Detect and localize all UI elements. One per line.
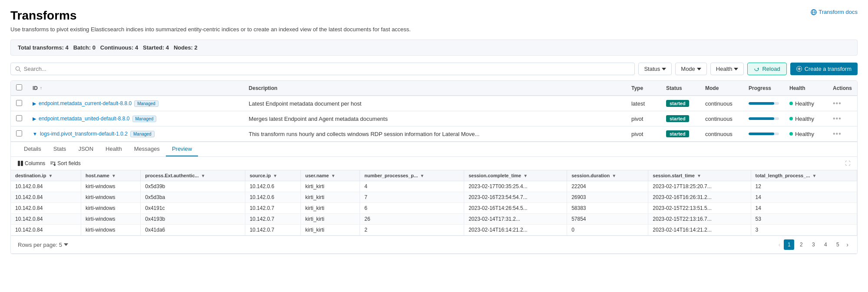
rows-per-page-select[interactable]: Rows per page: 5 (18, 242, 68, 248)
fullscreen-icon[interactable]: ⛶ (845, 160, 850, 166)
tab-health[interactable]: Health (99, 142, 128, 156)
expand-icon[interactable]: ▶ (33, 101, 36, 106)
id-header: ID (33, 85, 38, 91)
status-badge: started (666, 115, 689, 122)
preview-table-row: 10.142.0.84kirti-windows0x4191c10.142.0.… (11, 203, 857, 214)
sort-icon[interactable]: ▼ (523, 173, 528, 178)
table-row: ▶ endpoint.metadata_current-default-8.8.… (11, 96, 857, 111)
sort-icon[interactable]: ▼ (49, 173, 53, 178)
page-title: Transforms (10, 9, 77, 23)
sort-fields-button[interactable]: Sort fields (50, 160, 80, 166)
type-cell: pivot (626, 126, 661, 142)
health-cell: Healthy (789, 116, 822, 122)
transform-id[interactable]: endpoint.metadata_united-default-8.8.0 (39, 116, 130, 122)
search-icon (15, 66, 21, 72)
status-badge: started (666, 100, 689, 107)
chevron-down-icon (734, 67, 738, 71)
create-transform-button[interactable]: Create a transform (790, 63, 858, 75)
page-5-button[interactable]: 5 (832, 239, 843, 250)
sort-icon[interactable]: ▼ (112, 173, 116, 178)
page-subtitle: Use transforms to pivot existing Elastic… (10, 26, 858, 33)
svg-line-4 (19, 70, 20, 71)
mode-cell: continuous (700, 126, 743, 142)
progress-bar (749, 133, 779, 135)
type-cell: pivot (626, 111, 661, 126)
prev-page-button[interactable]: ‹ (777, 241, 782, 248)
mode-header: Mode (705, 85, 719, 91)
page-4-button[interactable]: 4 (820, 239, 831, 250)
health-cell: Healthy (789, 100, 822, 107)
table-row: ▼ logs-imd.pivot_transform-default-1.0.2… (11, 126, 857, 142)
tab-json[interactable]: JSON (72, 142, 99, 156)
description-cell: Merges latest Endpoint and Agent metadat… (244, 111, 626, 126)
sort-icon[interactable]: ▼ (201, 173, 205, 178)
status-badge: started (666, 130, 689, 137)
managed-badge: Managed (132, 116, 157, 122)
preview-table-row: 10.142.0.84kirti-windows0x5d3ba10.142.0.… (11, 192, 857, 203)
expanded-panel: Details Stats JSON Health Messages Previ… (11, 142, 857, 253)
preview-table-row: 10.142.0.84kirti-windows0x41da610.142.0.… (11, 225, 857, 236)
sort-icon[interactable]: ↑ (40, 86, 42, 90)
svg-rect-9 (21, 161, 23, 166)
tab-messages[interactable]: Messages (128, 142, 166, 156)
description-cell: This transform runs hourly and collects … (244, 126, 626, 142)
progress-header: Progress (749, 85, 771, 91)
page-1-button[interactable]: 1 (784, 239, 794, 250)
sort-icon[interactable]: ▼ (273, 173, 277, 178)
row-checkbox[interactable] (16, 115, 22, 121)
type-header: Type (631, 85, 643, 91)
search-box[interactable] (10, 63, 635, 75)
sort-icon[interactable]: ▼ (420, 173, 424, 178)
managed-badge: Managed (134, 100, 158, 107)
actions-menu-icon[interactable]: ••• (833, 115, 842, 122)
actions-header: Actions (833, 85, 852, 91)
health-dot (789, 117, 793, 120)
sort-icon[interactable]: ▼ (612, 173, 616, 178)
health-filter-button[interactable]: Health (710, 63, 744, 75)
plus-icon (796, 66, 802, 72)
status-filter-button[interactable]: Status (638, 63, 672, 75)
columns-button[interactable]: Columns (18, 160, 45, 166)
mode-cell: continuous (700, 96, 743, 111)
sort-icon[interactable]: ▼ (697, 173, 701, 178)
actions-menu-icon[interactable]: ••• (833, 130, 842, 137)
transform-id[interactable]: logs-imd.pivot_transform-default-1.0.2 (40, 131, 128, 137)
page-2-button[interactable]: 2 (796, 239, 806, 250)
expanded-panel-row: Details Stats JSON Health Messages Previ… (11, 142, 857, 254)
select-all-checkbox[interactable] (16, 84, 22, 90)
tabs-bar: Details Stats JSON Health Messages Previ… (11, 142, 857, 157)
tab-details[interactable]: Details (18, 142, 47, 156)
search-input[interactable] (24, 66, 630, 72)
health-header: Health (789, 85, 805, 91)
row-checkbox[interactable] (16, 100, 22, 106)
actions-menu-icon[interactable]: ••• (833, 100, 842, 107)
tab-stats[interactable]: Stats (47, 142, 73, 156)
chevron-down-icon (64, 243, 68, 246)
reload-button[interactable]: Reload (747, 63, 786, 75)
stats-bar: Total transforms: 4 Batch: 0 Continuous:… (10, 40, 858, 56)
row-checkbox[interactable] (16, 130, 22, 136)
next-page-button[interactable]: › (845, 241, 850, 248)
columns-icon (18, 161, 23, 166)
sort-icon[interactable]: ▼ (331, 173, 335, 178)
progress-bar (749, 102, 779, 105)
preview-table-row: 10.142.0.84kirti-windows0x5d39b10.142.0.… (11, 181, 857, 192)
chevron-down-icon (662, 67, 666, 71)
sort-icon[interactable]: ▼ (812, 173, 816, 178)
tab-preview[interactable]: Preview (166, 142, 198, 156)
preview-table-row: 10.142.0.84kirti-windows0x4193b10.142.0.… (11, 214, 857, 225)
description-cell: Latest Endpoint metadata document per ho… (244, 96, 626, 111)
health-dot (789, 102, 793, 105)
expand-icon[interactable]: ▶ (33, 116, 36, 122)
progress-bar (749, 117, 779, 120)
expand-icon[interactable]: ▼ (33, 131, 37, 136)
type-cell: latest (626, 96, 661, 111)
transform-id[interactable]: endpoint.metadata_current-default-8.8.0 (39, 100, 132, 106)
main-table: ID ↑ Description Type Status Mode Progre… (11, 81, 857, 254)
reload-icon (754, 66, 759, 72)
footer-bar: Rows per page: 5 ‹ 1 2 3 4 5 (11, 236, 857, 253)
transform-docs-link[interactable]: Transform docs (811, 9, 858, 15)
page-3-button[interactable]: 3 (808, 239, 818, 250)
mode-filter-button[interactable]: Mode (675, 63, 707, 75)
health-cell: Healthy (789, 131, 822, 137)
